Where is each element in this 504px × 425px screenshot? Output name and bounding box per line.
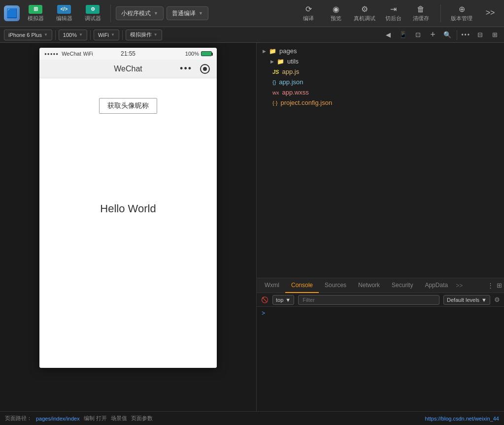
network-dropdown[interactable]: WiFi ▼	[94, 30, 119, 40]
search-icon-btn[interactable]: 🔍	[442, 30, 453, 40]
app-js-label: app.js	[282, 68, 299, 75]
console-expand-icon[interactable]: ⊞	[497, 282, 502, 289]
console-settings-icon[interactable]: ⚙	[494, 296, 500, 303]
compile-button[interactable]: ⟳ 编译	[299, 4, 318, 22]
right-panel: ▶ 📁 pages ▶ 📁 utils JS app.js {} app.jso…	[256, 43, 504, 411]
wechat-label: WeChat	[62, 51, 81, 57]
path-value[interactable]: pages/index/index	[36, 416, 80, 422]
version-icon: ⊕	[459, 4, 465, 14]
preview-label: 预览	[331, 15, 341, 22]
console-tabs: Wxml Console Sources Network Security Ap…	[257, 278, 504, 293]
console-levels-dropdown[interactable]: Default levels ▼	[443, 295, 490, 305]
file-item-pages[interactable]: ▶ 📁 pages	[257, 46, 504, 56]
file-tree: ▶ 📁 pages ▶ 📁 utils JS app.js {} app.jso…	[257, 43, 504, 278]
phone-body: 获取头像昵称 Hello World	[39, 78, 217, 368]
scale-dropdown[interactable]: 100% ▼	[59, 30, 87, 40]
tab-appdata[interactable]: AppData	[419, 278, 454, 293]
tabs-more-btn[interactable]: >>	[456, 282, 463, 289]
cache-icon: 🗑	[417, 5, 425, 14]
pages-expand-arrow: ▶	[263, 49, 266, 54]
console-filter-input[interactable]	[298, 295, 439, 305]
file-item-app-js[interactable]: JS app.js	[257, 66, 504, 77]
prev-btn[interactable]: ◀	[383, 30, 394, 40]
debugger-button[interactable]: ⚙ 调试器	[80, 3, 105, 24]
layout-icon-btn[interactable]: ⊡	[412, 30, 423, 40]
version-button[interactable]: ⊕ 版本管理	[451, 4, 472, 22]
action-dropdown[interactable]: 模拟操作 ▼	[126, 30, 162, 40]
network-arrow: ▼	[111, 33, 115, 37]
device-dropdown[interactable]: iPhone 6 Plus ▼	[4, 30, 52, 40]
file-item-app-wxss[interactable]: wx app.wxss	[257, 87, 504, 98]
phone-icon-btn[interactable]: 📱	[398, 30, 408, 40]
console-panel: Wxml Console Sources Network Security Ap…	[257, 278, 504, 411]
top-toolbar: 🟦 ⊞ 模拟器 </> 编辑器 ⚙ 调试器 小程序模式 ▼ 普通编译 ▼ ⟳ 编…	[0, 0, 504, 27]
console-levels-arrow: ▼	[481, 297, 487, 303]
device-dropdown-arrow: ▼	[44, 33, 48, 37]
compile-dropdown[interactable]: 普通编译 ▼	[167, 6, 208, 20]
utils-folder-icon: 📁	[277, 58, 284, 65]
separator-2	[440, 4, 441, 22]
cache-label: 清缓存	[413, 15, 429, 22]
tab-network[interactable]: Network	[352, 278, 386, 293]
utils-label: utils	[287, 58, 299, 65]
layout-right-btn[interactable]: ⊟	[474, 30, 485, 40]
cache-button[interactable]: 🗑 清缓存	[411, 5, 431, 22]
console-prompt[interactable]: >	[262, 310, 265, 317]
mode-dropdown[interactable]: 小程序模式 ▼	[116, 6, 164, 20]
add-btn[interactable]: +	[427, 30, 438, 40]
preview-icon: ◉	[333, 4, 339, 14]
preview-button[interactable]: ◉ 预览	[326, 4, 346, 22]
tab-console[interactable]: Console	[285, 278, 319, 293]
console-clear-button[interactable]: 🚫	[261, 296, 269, 304]
device-name: iPhone 6 Plus	[8, 32, 42, 38]
app-js-icon: JS	[272, 69, 279, 75]
scale-value: 100%	[63, 32, 77, 38]
path-label: 页面路径：	[5, 415, 32, 422]
cut-off-button[interactable]: ⇥ 切后台	[383, 4, 403, 22]
console-tab-icons: ⋮ ⊞	[487, 282, 502, 289]
editor-button[interactable]: </> 编辑器	[51, 3, 77, 24]
inspector-icon: ⊞	[29, 5, 42, 14]
tab-sources[interactable]: Sources	[319, 278, 352, 293]
more-button[interactable]: >>	[480, 8, 500, 18]
st-sep-3	[122, 30, 123, 40]
phone-status-bar: ●●●●● WeChat WiFi 21:55 100%	[39, 48, 217, 60]
phone-nav-record-inner	[203, 67, 207, 71]
inspector-button[interactable]: ⊞ 模拟器	[23, 3, 48, 24]
project-config-label: project.config.json	[280, 99, 332, 106]
file-item-app-json[interactable]: {} app.json	[257, 77, 504, 87]
project-config-icon: {·}	[272, 100, 277, 106]
st-sep-1	[55, 30, 56, 40]
separator-1	[110, 4, 111, 22]
app-wxss-label: app.wxss	[282, 89, 308, 96]
debugger-icon: ⚙	[86, 5, 100, 14]
console-context-dropdown[interactable]: top ▼	[272, 295, 294, 305]
st-sep-4	[457, 30, 457, 40]
tab-security[interactable]: Security	[386, 278, 419, 293]
file-item-project-config[interactable]: {·} project.config.json	[257, 98, 504, 108]
editor-icon: </>	[57, 5, 71, 14]
console-context-arrow: ▼	[285, 297, 291, 303]
second-toolbar-right: ◀ 📱 ⊡ + 🔍 ••• ⊟ ⊞	[383, 30, 500, 40]
compile-icon: ⟳	[305, 4, 312, 14]
compile-dropdown-label: 普通编译	[172, 9, 196, 18]
battery-bar	[201, 51, 212, 56]
file-item-utils[interactable]: ▶ 📁 utils	[257, 56, 504, 66]
second-toolbar: iPhone 6 Plus ▼ 100% ▼ WiFi ▼ 模拟操作 ▼ ◀ 📱…	[0, 27, 504, 43]
cut-off-label: 切后台	[385, 15, 402, 22]
csdn-url[interactable]: https://blog.csdn.net/weixin_44	[425, 416, 499, 422]
real-machine-button[interactable]: ⚙ 真机调试	[354, 4, 375, 22]
inspector-label: 模拟器	[28, 15, 44, 22]
phone-battery: 100%	[185, 51, 212, 57]
tab-wxml[interactable]: Wxml	[259, 278, 285, 293]
more-dots-btn[interactable]: •••	[461, 32, 470, 38]
phone-nav-dots[interactable]: •••	[180, 64, 192, 74]
console-menu-icon[interactable]: ⋮	[487, 282, 494, 289]
version-label: 版本管理	[451, 15, 472, 22]
get-avatar-button[interactable]: 获取头像昵称	[99, 98, 157, 114]
more-icon: >>	[486, 8, 495, 17]
console-levels-label: Default levels	[447, 297, 479, 303]
network-value: WiFi	[98, 32, 109, 38]
expand-btn[interactable]: ⊞	[489, 30, 500, 40]
layer-label: 场景值	[111, 415, 127, 422]
